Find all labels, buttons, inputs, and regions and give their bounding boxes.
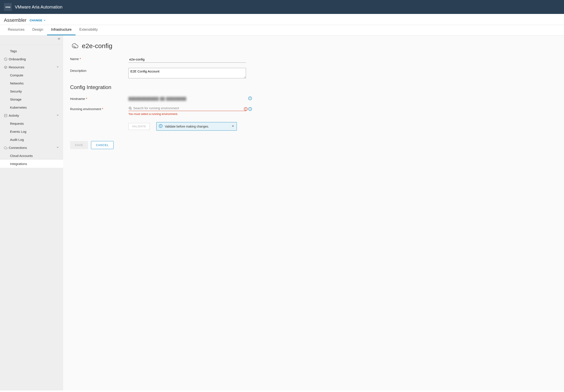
required-indicator: *	[80, 57, 81, 61]
label-text: Running environment	[70, 107, 101, 111]
cloud-sync-icon	[70, 41, 79, 51]
global-header: vmw VMware Aria Automation	[0, 0, 564, 14]
info-icon	[159, 124, 163, 129]
sidebar-item-label: Events Log	[10, 130, 26, 133]
svg-point-13	[250, 108, 250, 108]
section-title-config-integration: Config Integration	[70, 84, 557, 90]
form-row-running-env: Running environment* You must select a r…	[70, 106, 557, 116]
chart-line-icon	[4, 114, 9, 117]
label-text: Hostname	[70, 97, 85, 100]
validate-button: VALIDATE	[128, 123, 150, 130]
main-tabs: Resources Design Infrastructure Extensib…	[0, 25, 564, 35]
sidebar-item-cloud-accounts[interactable]: Cloud Accounts	[0, 152, 63, 160]
svg-line-7	[131, 109, 131, 110]
compass-icon	[4, 57, 9, 61]
running-env-label: Running environment*	[70, 106, 128, 111]
sidebar-item-tags[interactable]: Tags	[0, 47, 63, 55]
product-title: VMware Aria Automation	[15, 5, 62, 10]
form-row-description: Description	[70, 68, 557, 79]
sidebar-item-kubernetes[interactable]: Kubernetes	[0, 103, 63, 112]
sidebar-item-activity[interactable]: Activity	[0, 112, 63, 120]
running-env-search-input[interactable]	[133, 106, 246, 110]
name-label: Name*	[70, 56, 128, 61]
sidebar-divider	[0, 45, 63, 45]
chevron-down-icon	[56, 114, 59, 117]
sidebar: Tags Onboarding Resources Compute Networ…	[0, 35, 63, 391]
sidebar-item-label: Compute	[10, 73, 23, 77]
svg-point-6	[129, 107, 131, 109]
tab-resources[interactable]: Resources	[4, 25, 28, 35]
sidebar-item-requests[interactable]: Requests	[0, 120, 63, 127]
sidebar-item-label: Requests	[10, 122, 24, 125]
sidebar-item-networks[interactable]: Networks	[0, 79, 63, 87]
change-app-link[interactable]: CHANGE	[30, 19, 46, 22]
sidebar-item-label: Resources	[9, 65, 24, 69]
sidebar-item-storage[interactable]: Storage	[0, 95, 63, 103]
sidebar-item-integrations[interactable]: Integrations	[0, 160, 63, 168]
close-icon	[231, 125, 234, 127]
sidebar-item-label: Onboarding	[9, 57, 26, 61]
sidebar-item-resources[interactable]: Resources	[0, 63, 63, 71]
running-env-search-wrap	[128, 106, 246, 111]
sidebar-item-security[interactable]: Security	[0, 87, 63, 95]
required-indicator: *	[102, 107, 103, 111]
chevron-down-icon	[43, 19, 46, 22]
sidebar-item-label: Storage	[10, 98, 22, 101]
subheader: Assembler CHANGE	[0, 14, 564, 25]
hostname-value-redacted: ████████████ ██ ████████	[128, 96, 246, 100]
sidebar-item-label: Integrations	[10, 162, 27, 166]
page-title: e2e-config	[82, 42, 112, 50]
sidebar-item-label: Networks	[10, 81, 24, 85]
sidebar-item-onboarding[interactable]: Onboarding	[0, 55, 63, 63]
alert-text: Validate before making changes.	[165, 125, 209, 128]
sidebar-item-events-log[interactable]: Events Log	[0, 127, 63, 136]
name-input[interactable]	[128, 56, 246, 63]
description-label: Description	[70, 68, 128, 72]
cube-icon	[4, 66, 9, 69]
chevron-down-icon	[56, 65, 59, 69]
tab-extensibility[interactable]: Extensibility	[75, 25, 102, 35]
form-row-name: Name*	[70, 56, 557, 63]
info-icon[interactable]	[248, 97, 252, 101]
page-title-row: e2e-config	[70, 41, 557, 51]
tab-infrastructure[interactable]: Infrastructure	[47, 25, 75, 35]
sidebar-item-label: Kubernetes	[10, 106, 27, 109]
sidebar-item-compute[interactable]: Compute	[0, 71, 63, 79]
validate-alert: Validate before making changes.	[156, 122, 237, 131]
collapse-sidebar-button[interactable]	[57, 37, 61, 41]
main-content: e2e-config Name* Description Config Inte…	[63, 35, 564, 391]
close-alert-button[interactable]	[231, 125, 234, 128]
sidebar-item-connections[interactable]: Connections	[0, 144, 63, 152]
vmw-logo: vmw	[4, 3, 12, 11]
hostname-label: Hostname*	[70, 96, 128, 100]
sidebar-item-label: Tags	[10, 49, 17, 53]
chevron-down-icon	[56, 146, 59, 150]
running-env-error-text: You must select a running environment.	[128, 112, 246, 116]
save-button: SAVE	[70, 141, 88, 149]
form-row-hostname: Hostname* ████████████ ██ ████████	[70, 96, 557, 101]
sidebar-item-label: Audit Log	[10, 138, 24, 141]
svg-point-5	[250, 98, 250, 98]
footer-actions: SAVE CANCEL	[70, 141, 557, 149]
app-name: Assembler	[4, 17, 27, 23]
search-icon	[128, 106, 132, 110]
chevron-double-left-icon	[57, 37, 61, 41]
cloud-icon	[4, 146, 9, 150]
change-label: CHANGE	[30, 19, 42, 22]
svg-line-1	[5, 58, 7, 60]
sidebar-item-label: Security	[10, 89, 22, 93]
description-textarea[interactable]	[128, 68, 246, 78]
form-row-validate: VALIDATE Validate before making changes.	[70, 121, 557, 131]
cancel-button[interactable]: CANCEL	[91, 141, 114, 149]
label-text: Name	[70, 57, 79, 61]
tab-design[interactable]: Design	[28, 25, 47, 35]
sidebar-item-label: Cloud Accounts	[10, 154, 33, 158]
sidebar-item-audit-log[interactable]: Audit Log	[0, 136, 63, 144]
sidebar-item-label: Connections	[9, 146, 27, 150]
info-icon[interactable]	[248, 107, 252, 112]
required-indicator: *	[86, 97, 87, 100]
sidebar-item-label: Activity	[9, 114, 19, 117]
